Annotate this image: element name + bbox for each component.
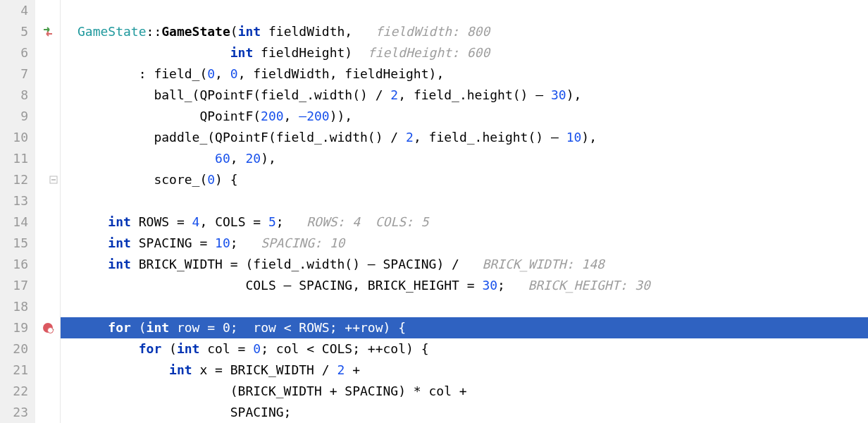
line-number[interactable]: 21 [0, 360, 28, 381]
code-line[interactable]: COLS – SPACING, BRICK_HEIGHT = 30; BRICK… [61, 275, 868, 296]
code-area[interactable]: GameState::GameState(int fieldWidth, fie… [61, 0, 868, 423]
fold-icon[interactable] [49, 176, 58, 184]
code-line[interactable]: int SPACING = 10; SPACING: 10 [61, 233, 868, 254]
inline-hint: fieldWidth: 800 [376, 24, 490, 39]
code-line[interactable]: int x = BRICK_WIDTH / 2 + [61, 360, 868, 381]
code-line[interactable]: ball_(QPointF(field_.width() / 2, field_… [61, 85, 868, 106]
line-number[interactable]: 15 [0, 233, 28, 254]
constructor-name: GameState [161, 24, 230, 39]
code-line[interactable]: SPACING; [61, 402, 868, 423]
line-number[interactable]: 23 [0, 402, 28, 423]
line-number[interactable]: 9 [0, 106, 28, 127]
line-number[interactable]: 13 [0, 190, 28, 212]
swap-arrows-icon[interactable] [35, 21, 60, 42]
line-number[interactable]: 12 [0, 169, 28, 190]
line-number[interactable]: 18 [0, 296, 28, 317]
line-number[interactable]: 22 [0, 381, 28, 402]
code-line[interactable]: int fieldHeight) fieldHeight: 600 [61, 42, 868, 63]
code-line[interactable]: GameState::GameState(int fieldWidth, fie… [61, 21, 868, 42]
code-line[interactable]: for (int col = 0; col < COLS; ++col) { [61, 338, 868, 360]
code-line[interactable] [61, 190, 868, 212]
marker-gutter[interactable] [35, 0, 61, 423]
code-line[interactable]: QPointF(200, –200)), [61, 106, 868, 127]
line-number[interactable]: 7 [0, 63, 28, 85]
code-line[interactable]: int BRICK_WIDTH = (field_.width() – SPAC… [61, 254, 868, 275]
line-number[interactable]: 5 [0, 21, 28, 42]
code-line[interactable]: int ROWS = 4, COLS = 5; ROWS: 4 COLS: 5 [61, 212, 868, 233]
code-line[interactable]: (BRICK_WIDTH + SPACING) * col + [61, 381, 868, 402]
line-number[interactable]: 20 [0, 338, 28, 360]
code-line-current[interactable]: for (int row = 0; row < ROWS; ++row) { [61, 317, 868, 338]
code-line[interactable]: 60, 20), [61, 148, 868, 169]
line-number[interactable]: 8 [0, 85, 28, 106]
line-number-gutter[interactable]: 4 5 6 7 8 9 10 11 12 13 14 15 16 17 18 1… [0, 0, 35, 423]
code-line[interactable] [61, 296, 868, 317]
inline-hint: fieldHeight: 600 [368, 45, 490, 60]
code-line[interactable] [61, 0, 868, 21]
code-editor: 4 5 6 7 8 9 10 11 12 13 14 15 16 17 18 1… [0, 0, 868, 423]
code-line[interactable]: score_(0) { [61, 169, 868, 190]
line-number[interactable]: 16 [0, 254, 28, 275]
code-line[interactable]: : field_(0, 0, fieldWidth, fieldHeight), [61, 63, 868, 85]
line-number[interactable]: 17 [0, 275, 28, 296]
line-number[interactable]: 11 [0, 148, 28, 169]
line-number[interactable]: 6 [0, 42, 28, 63]
line-number[interactable]: 19 [0, 317, 28, 338]
breakpoint-icon[interactable] [35, 317, 60, 338]
inline-hint: BRICK_HEIGHT: 30 [528, 278, 650, 293]
code-line[interactable]: paddle_(QPointF(field_.width() / 2, fiel… [61, 127, 868, 148]
line-number[interactable]: 10 [0, 127, 28, 148]
inline-hint: BRICK_WIDTH: 148 [482, 257, 604, 271]
line-number[interactable]: 14 [0, 212, 28, 233]
class-name: GameState [78, 24, 147, 39]
line-number[interactable]: 4 [0, 0, 28, 21]
inline-hint: ROWS: 4 COLS: 5 [306, 214, 428, 229]
inline-hint: SPACING: 10 [261, 235, 345, 250]
